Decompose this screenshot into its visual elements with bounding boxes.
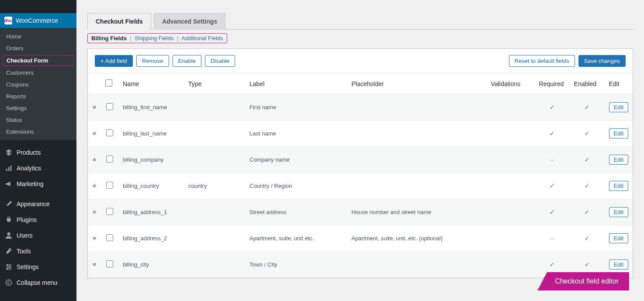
col-type: Type [184,73,245,94]
cell-validations [487,199,535,225]
cell-label: Street address [245,199,347,225]
col-edit: Edit [605,73,633,94]
sidebar-item-users[interactable]: Users [0,228,76,243]
sidebar-sub-item[interactable]: Settings [0,102,76,114]
cell-label: Last name [245,121,347,147]
tab-checkout-fields[interactable]: Checkout Fields [87,13,151,30]
cell-validations [487,173,535,199]
row-checkbox[interactable] [106,103,113,110]
cell-required: ✓ [535,94,570,121]
col-label: Label [245,73,347,94]
cell-placeholder [347,147,486,173]
drag-handle-icon[interactable]: ≡ [88,121,101,147]
sidebar-sub-item[interactable]: Coupons [0,79,76,90]
drag-handle-icon[interactable]: ≡ [88,199,101,225]
svg-rect-0 [6,169,7,171]
sidebar-item-plugins[interactable]: Plugins [0,212,76,228]
drag-handle-icon[interactable]: ≡ [88,147,101,173]
cell-validations [487,94,535,121]
section-tab-additional[interactable]: Additional Fields [181,35,223,42]
sidebar-item-analytics[interactable]: Analytics [0,160,76,176]
edit-button[interactable]: Edit [609,207,628,217]
edit-button[interactable]: Edit [609,181,628,191]
cell-type [184,225,245,252]
cell-name: billing_address_1 [118,199,184,225]
section-tab-billing[interactable]: Billing Fields [91,35,127,42]
edit-button[interactable]: Edit [609,259,628,270]
cell-enabled: ✓ [570,199,605,225]
sidebar-sub-item[interactable]: Customers [0,67,76,79]
svg-rect-1 [8,167,10,171]
cell-validations [487,121,535,147]
cell-name: billing_company [118,147,184,173]
tools-icon [4,247,13,256]
footer-badge: Checkout field editor [537,272,629,291]
sidebar-item-label: Marketing [17,180,43,187]
svg-rect-2 [10,166,12,171]
svg-point-9 [7,268,9,270]
row-checkbox[interactable] [106,129,113,136]
plugins-icon [4,215,13,224]
row-checkbox[interactable] [106,208,113,215]
cell-required: - [535,147,570,173]
drag-handle-icon[interactable]: ≡ [88,94,101,121]
sidebar-item-products[interactable]: Products [0,145,76,160]
table-row: ≡billing_countrycountryCountry / Region✓… [88,173,633,199]
enable-button[interactable]: Enable [173,55,201,67]
drag-handle-icon[interactable]: ≡ [88,252,101,278]
cell-validations [487,252,535,278]
select-all-checkbox[interactable] [105,80,112,86]
sidebar-sub-item[interactable]: Orders [0,42,76,54]
cell-type [184,199,245,225]
sidebar-sub-item[interactable]: Home [0,31,76,42]
col-required: Required [535,73,570,94]
sidebar-sub-item[interactable]: Checkout Form [3,55,74,66]
cell-name: billing_first_name [118,94,184,121]
remove-button[interactable]: Remove [136,55,169,67]
drag-handle-icon[interactable]: ≡ [88,173,101,199]
collapse-menu[interactable]: Collapse menu [0,275,76,291]
table-row: ≡billing_address_1Street addressHouse nu… [88,199,633,225]
admin-sidebar: Woo WooCommerce HomeOrdersCheckout FormC… [0,0,76,301]
section-tab-shipping[interactable]: Shipping Fields [135,35,174,42]
row-checkbox[interactable] [106,182,113,189]
main-content: Checkout Fields Advanced Settings Billin… [76,0,644,301]
disable-button[interactable]: Disable [205,55,235,67]
sidebar-item-marketing[interactable]: Marketing [0,176,76,192]
fields-table: Name Type Label Placeholder Validations … [88,73,633,278]
sidebar-item-label: Settings [17,263,39,270]
sidebar-item-settings[interactable]: Settings [0,259,76,275]
save-button[interactable]: Save changes [578,55,626,67]
cell-validations [487,225,535,252]
drag-handle-icon[interactable]: ≡ [88,225,101,252]
edit-button[interactable]: Edit [609,102,628,112]
cell-label: Country / Region [245,173,347,199]
edit-button[interactable]: Edit [609,155,628,165]
cell-type [184,121,245,147]
sidebar-sub-item[interactable]: Extensions [0,126,76,138]
reset-button[interactable]: Reset to default fields [509,55,575,67]
collapse-icon [4,278,13,287]
col-validations: Validations [487,73,535,94]
sidebar-item-appearance[interactable]: Appearance [0,196,76,212]
edit-button[interactable]: Edit [609,233,628,243]
cell-enabled: ✓ [570,94,605,121]
sidebar-sub-item[interactable]: Reports [0,90,76,102]
fields-panel: + Add field Remove Enable Disable Reset … [87,48,633,278]
sidebar-item-tools[interactable]: Tools [0,243,76,259]
sidebar-item-label: WooCommerce [16,17,58,24]
appearance-icon [4,200,13,208]
sidebar-sub-item[interactable]: Status [0,114,76,126]
tab-advanced-settings[interactable]: Advanced Settings [154,13,225,30]
cell-required: ✓ [535,199,570,225]
sidebar-item-woocommerce[interactable]: Woo WooCommerce [0,13,76,28]
row-checkbox[interactable] [106,234,113,241]
sidebar-item-label: Products [17,149,41,156]
row-checkbox[interactable] [106,260,113,267]
cell-placeholder: Apartment, suite, unit, etc. (optional) [347,225,486,252]
collapse-label: Collapse menu [17,279,57,286]
add-field-button[interactable]: + Add field [95,55,133,67]
row-checkbox[interactable] [106,156,113,163]
edit-button[interactable]: Edit [609,128,628,138]
section-tabs: Billing Fields | Shipping Fields | Addit… [87,33,227,43]
